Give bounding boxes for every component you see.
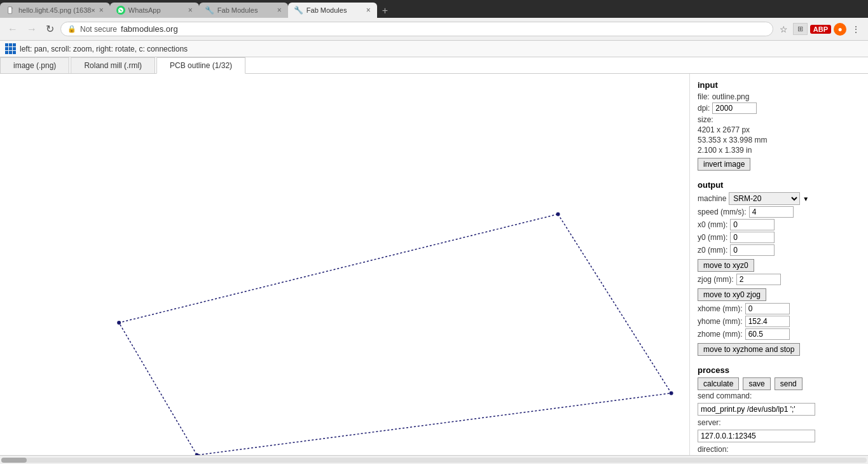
speed-label: speed (mm/s): — [698, 207, 747, 216]
send-command-label: send command: — [698, 391, 752, 400]
extensions-button[interactable]: ⊞ — [793, 23, 808, 35]
nav-actions: ☆ ⊞ ABP ● ⋮ — [777, 23, 863, 36]
yhome-row: yhome (mm): — [698, 316, 860, 327]
z0-label: z0 (mm): — [698, 246, 727, 255]
move-home-button[interactable]: move to xyzhome and stop — [698, 343, 800, 356]
output-section: output machine SRM-20 Roland MDX-20 Rola… — [698, 180, 860, 358]
xhome-label: xhome (mm): — [698, 304, 743, 313]
whatsapp-favicon — [116, 6, 125, 15]
process-section: process calculate save send send command… — [698, 365, 860, 454]
tab-pcb-outline[interactable]: PCB outline (1/32) — [156, 57, 245, 74]
url-text: fabmodules.org — [121, 24, 766, 34]
output-title: output — [698, 180, 860, 190]
send-command-label-row: send command: — [698, 391, 860, 400]
abp-button[interactable]: ABP — [810, 25, 831, 34]
direction-row: direction: — [698, 445, 860, 454]
right-panel: input file: outline.png dpi: size: 4201 … — [690, 74, 868, 455]
toolbar-hint: left: pan, scroll: zoom, right: rotate, … — [20, 45, 188, 53]
send-button[interactable]: send — [775, 377, 803, 390]
file-icon — [6, 6, 15, 15]
tab-whatsapp[interactable]: WhatsApp × — [110, 3, 199, 18]
size-mm: 53.353 x 33.998 mm — [698, 136, 767, 144]
size-label: size: — [698, 115, 713, 124]
tab-fabmodules2-title: Fab Modules — [307, 6, 362, 14]
tab-roland-mill[interactable]: Roland mill (.rml) — [71, 57, 155, 73]
bookmark-button[interactable]: ☆ — [777, 23, 790, 36]
z0-input[interactable] — [730, 244, 775, 256]
direction-label: direction: — [698, 445, 729, 454]
scrollbar-area[interactable] — [0, 455, 868, 464]
tab-fabmodules2[interactable]: 🔧 Fab Modules × — [288, 3, 377, 18]
server-input[interactable] — [698, 430, 815, 442]
zhome-input[interactable] — [745, 328, 790, 340]
size-label-row: size: — [698, 115, 860, 124]
size-px-row: 4201 x 2677 px — [698, 125, 860, 134]
canvas-area[interactable] — [0, 74, 690, 455]
tab-bar: hello.light.45.png (1638× × WhatsApp × 🔧… — [0, 0, 868, 18]
move-xy0-button[interactable]: move to xy0 zjog — [698, 288, 766, 301]
extra-button[interactable]: ● — [834, 23, 846, 36]
speed-input[interactable] — [749, 206, 794, 218]
speed-row: speed (mm/s): — [698, 206, 860, 218]
reload-button[interactable]: ↻ — [43, 22, 57, 36]
fab-favicon-2: 🔧 — [294, 6, 303, 15]
tab-file-title: hello.light.45.png (1638× — [18, 6, 95, 14]
nav-bar: ← → ↻ 🔒 Not secure fabmodules.org ☆ ⊞ AB… — [0, 18, 868, 41]
svg-rect-0 — [8, 7, 12, 13]
tab-image-png[interactable]: image (.png) — [0, 57, 69, 73]
file-value: outline.png — [712, 92, 750, 101]
scrollbar-thumb[interactable] — [1, 458, 27, 463]
tab-whatsapp-close[interactable]: × — [188, 6, 193, 15]
zhome-label: zhome (mm): — [698, 330, 743, 339]
file-row: file: outline.png — [698, 92, 860, 101]
invert-image-button[interactable]: invert image — [698, 158, 750, 171]
xhome-input[interactable] — [745, 303, 790, 314]
zjog-label: zjog (mm): — [698, 275, 734, 284]
url-bar[interactable]: 🔒 Not secure fabmodules.org — [60, 22, 773, 36]
pcb-canvas[interactable] — [0, 74, 689, 455]
process-title: process — [698, 365, 860, 375]
y0-label: y0 (mm): — [698, 233, 727, 242]
save-button[interactable]: save — [743, 377, 770, 390]
yhome-input[interactable] — [745, 316, 790, 327]
tab-fabmodules1-close[interactable]: × — [277, 6, 282, 15]
machine-select[interactable]: SRM-20 Roland MDX-20 Roland MDX-40 — [729, 192, 800, 205]
tab-file-close[interactable]: × — [99, 6, 104, 15]
tab-fabmodules2-close[interactable]: × — [366, 6, 371, 15]
yhome-label: yhome (mm): — [698, 317, 743, 326]
dpi-label: dpi: — [698, 104, 710, 113]
input-title: input — [698, 80, 860, 90]
calculate-button[interactable]: calculate — [698, 377, 739, 390]
x0-input[interactable] — [730, 219, 775, 230]
y0-row: y0 (mm): — [698, 232, 860, 243]
tab-fabmodules1[interactable]: 🔧 Fab Modules × — [199, 3, 288, 18]
toolbar: left: pan, scroll: zoom, right: rotate, … — [0, 41, 868, 57]
forward-button[interactable]: → — [24, 22, 39, 36]
y0-input[interactable] — [730, 232, 775, 243]
tab-whatsapp-title: WhatsApp — [128, 6, 184, 14]
browser-chrome: hello.light.45.png (1638× × WhatsApp × 🔧… — [0, 0, 868, 41]
send-command-input[interactable] — [698, 403, 815, 416]
lock-icon: 🔒 — [67, 25, 76, 33]
x0-row: x0 (mm): — [698, 219, 860, 230]
fab-favicon-1: 🔧 — [205, 6, 214, 15]
menu-button[interactable]: ⋮ — [849, 23, 863, 36]
new-tab-button[interactable]: + — [377, 5, 393, 17]
grid-icon — [5, 43, 16, 54]
scrollbar-track[interactable] — [1, 458, 867, 463]
input-section: input file: outline.png dpi: size: 4201 … — [698, 80, 860, 172]
security-text: Not secure — [80, 25, 117, 34]
dpi-input[interactable] — [712, 102, 757, 114]
move-xyz0-button[interactable]: move to xyz0 — [698, 259, 754, 272]
zjog-row: zjog (mm): — [698, 274, 860, 285]
machine-label: machine — [698, 194, 726, 203]
xhome-row: xhome (mm): — [698, 303, 860, 314]
tab-file[interactable]: hello.light.45.png (1638× × — [0, 3, 110, 18]
file-label: file: — [698, 92, 710, 101]
zjog-input[interactable] — [736, 274, 781, 285]
back-button[interactable]: ← — [5, 22, 20, 36]
tab-strip: image (.png) Roland mill (.rml) PCB outl… — [0, 57, 868, 74]
x0-label: x0 (mm): — [698, 220, 727, 229]
machine-row: machine SRM-20 Roland MDX-20 Roland MDX-… — [698, 192, 860, 205]
process-buttons: calculate save send — [698, 377, 860, 390]
